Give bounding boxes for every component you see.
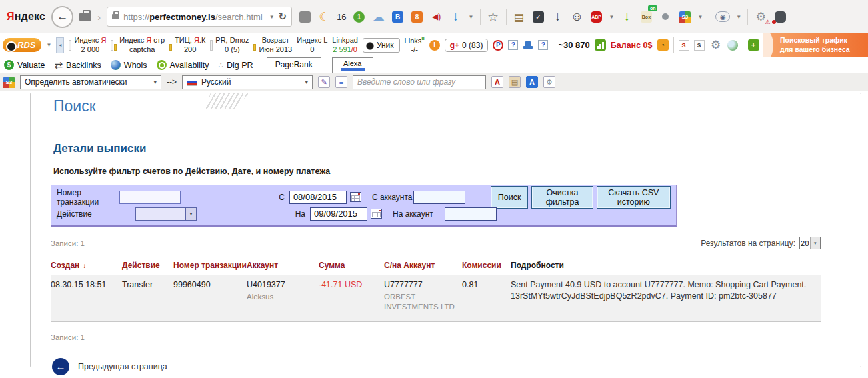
p-service-icon[interactable]: P <box>493 40 503 51</box>
sape-icon[interactable]: S <box>679 40 689 51</box>
s3-translator-icon[interactable]: S3 <box>3 77 15 88</box>
download-green-icon[interactable]: ↓ <box>620 9 633 24</box>
header-counter-account[interactable]: С/на Аккаунт <box>384 261 462 270</box>
whois-tool[interactable]: Whois <box>111 60 147 70</box>
availability-tool[interactable]: Availability <box>157 60 209 70</box>
s3-translator-icon[interactable]: S3 <box>678 9 691 24</box>
adblock-dropdown-icon[interactable]: ▼ <box>609 14 615 20</box>
tx-number-input[interactable] <box>119 191 181 204</box>
reload-icon[interactable]: ↻ <box>279 11 287 23</box>
s3-dropdown-icon[interactable]: ▼ <box>697 14 703 20</box>
previous-page-link[interactable]: ← Предыдущая страница <box>52 358 861 375</box>
search-button[interactable]: Поиск <box>491 186 529 209</box>
b-extension-icon[interactable]: B <box>391 9 405 24</box>
header-action[interactable]: Действие <box>122 261 173 270</box>
metric-index-l[interactable]: Индекс L0 <box>297 36 327 53</box>
header-account[interactable]: Аккаунт <box>247 261 319 270</box>
eye-dropdown-icon[interactable]: ▼ <box>736 14 741 20</box>
yandex-logo[interactable]: Яндекс <box>7 11 45 23</box>
source-language-select[interactable]: Определить автоматически▾ <box>20 75 161 89</box>
download-dark-icon[interactable]: ↓ <box>551 9 565 24</box>
header-amount[interactable]: Сумма <box>319 261 384 270</box>
whois-sphere-icon <box>111 60 121 70</box>
from-account-input[interactable] <box>413 191 465 204</box>
puzzle-icon[interactable]: + <box>748 39 759 51</box>
eye-bubble-icon[interactable]: ◉ <box>715 11 730 22</box>
traffic-chart-icon[interactable] <box>595 39 606 51</box>
calendar-icon[interactable] <box>371 209 382 219</box>
metric-linkpad[interactable]: Linkpad2 591/0 <box>332 36 358 53</box>
valuate-tool[interactable]: $Valuate <box>4 60 45 70</box>
pagerank-box[interactable]: PageRank <box>267 57 321 73</box>
action-select[interactable]: ▾ <box>135 207 197 221</box>
url-text[interactable]: https://perfectmoney.is/search.html <box>123 12 263 22</box>
per-page-select[interactable]: 20▾ <box>799 237 821 249</box>
metric-yandex-page-index[interactable]: Индекс Я стрcaptcha <box>111 36 165 53</box>
box-extension-icon[interactable]: Box on <box>639 9 653 24</box>
help-button-2[interactable]: ? <box>538 40 548 50</box>
download-dropdown-icon[interactable]: ▼ <box>469 14 474 20</box>
gplus-counter-button[interactable]: g+0 (83) <box>445 39 489 52</box>
download-blue-icon[interactable]: ↓ <box>449 9 463 24</box>
to-account-input[interactable] <box>445 207 497 221</box>
translate-settings-icon[interactable]: ⚙ <box>543 76 555 88</box>
translate-input[interactable] <box>353 75 486 89</box>
translate-ball-icon[interactable]: А <box>526 76 538 88</box>
alexa-rank-bar <box>341 68 365 71</box>
from-date-input[interactable] <box>289 191 347 204</box>
url-dropdown-icon[interactable]: ▼ <box>269 14 275 20</box>
cell-action: Transfer <box>122 279 173 291</box>
clipboard-icon[interactable]: ▤ <box>513 9 526 24</box>
download-csv-button[interactable]: Скачать CSV историю <box>597 186 671 209</box>
rds-seo-bar: RDS ▼ ◂ Индекс Я2 000 Индекс Я стрcaptch… <box>0 33 868 57</box>
clear-filter-button[interactable]: Очистка фильтра <box>531 186 593 209</box>
key-folder-icon[interactable] <box>298 9 311 24</box>
smiley-icon[interactable]: ☺ <box>571 9 584 24</box>
eight-extension-icon[interactable]: 8 <box>411 9 424 24</box>
translate-page-icon[interactable]: ✎ <box>318 76 330 88</box>
to-date-input[interactable] <box>310 207 367 221</box>
header-fee[interactable]: Комиссии <box>462 261 511 270</box>
elephant-icon[interactable] <box>773 9 787 24</box>
unik-button[interactable]: Уник <box>363 38 400 53</box>
cloud-icon[interactable]: ☁ <box>372 9 385 24</box>
gear-icon[interactable]: ⚙ <box>709 38 723 53</box>
cell-created: 08.30.15 18:51 <box>51 279 122 291</box>
rds-balance-icon[interactable]: ◔ <box>657 39 669 51</box>
adblock-icon[interactable]: ABP <box>590 9 603 24</box>
rds-logo[interactable]: RDS <box>3 38 41 52</box>
backlinks-tool[interactable]: ⇄Backlinks <box>54 59 101 71</box>
globe-icon[interactable] <box>727 40 738 51</box>
metric-tic[interactable]: ТИЦ, Я.К200 <box>169 36 205 53</box>
calendar-icon[interactable] <box>350 192 361 202</box>
collapse-handle-icon[interactable]: ◂ <box>56 37 64 53</box>
metric-age[interactable]: ВозрастИюн 2013 <box>253 36 292 53</box>
previous-page-icon[interactable]: ← <box>52 358 69 375</box>
sape-dollar-icon[interactable]: $ <box>694 40 705 51</box>
webmaster-hat-icon[interactable] <box>523 41 533 49</box>
alexa-box[interactable]: Alexa <box>332 57 373 73</box>
bookmark-star-icon[interactable]: ☆ <box>487 9 500 24</box>
moon-icon[interactable]: ☾ <box>317 9 331 24</box>
rds-dropdown-icon[interactable]: ▼ <box>46 42 51 48</box>
green-status-icon[interactable]: 1 <box>353 9 366 24</box>
promo-banner[interactable]: Поисковый трафикдля вашего бизнеса <box>763 33 868 57</box>
dig-pr-tool[interactable]: ∴Dig PR <box>218 61 253 70</box>
back-button[interactable]: ← <box>51 6 73 28</box>
metric-pr-dmoz[interactable]: PR, Dmoz0 (5) <box>210 36 249 53</box>
site-identity-icon[interactable] <box>79 13 91 21</box>
header-created[interactable]: Создан↓ <box>51 261 122 270</box>
pocket-icon[interactable]: ✓ <box>532 9 545 24</box>
text-lines-icon[interactable]: ≡ <box>335 76 347 88</box>
info-icon[interactable]: i <box>429 40 440 51</box>
header-tx-number[interactable]: Номер транзакции <box>173 261 247 270</box>
address-bar[interactable]: https://perfectmoney.is/search.html ▼ ↻ <box>107 7 292 27</box>
speaker-icon[interactable]: ◀) <box>430 9 443 24</box>
wrench-tools-icon[interactable]: ⚙⚠ <box>754 9 767 24</box>
nut-settings-icon[interactable] <box>659 9 672 24</box>
target-language-select[interactable]: Русский▾ <box>182 75 313 89</box>
metric-yandex-index[interactable]: Индекс Я2 000 <box>69 36 106 53</box>
clipboard-icon[interactable]: ▤ <box>509 76 521 88</box>
metric-links[interactable]: LinksII -/- <box>405 35 425 54</box>
help-button[interactable]: ? <box>508 40 518 50</box>
